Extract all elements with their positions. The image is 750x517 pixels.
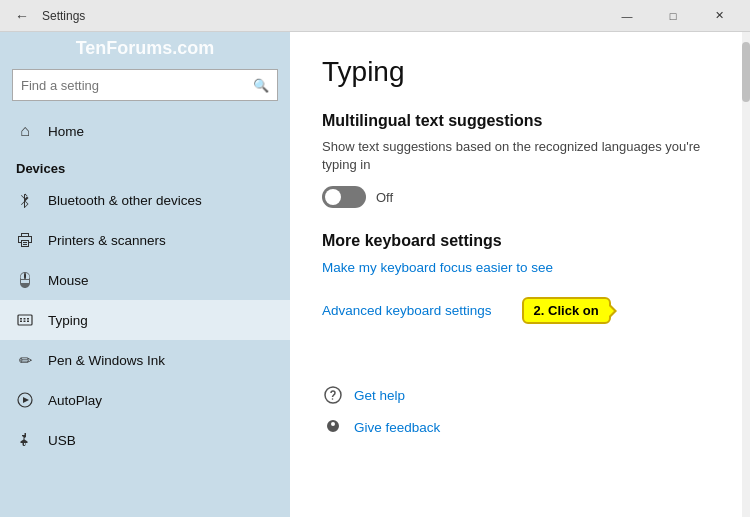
get-help-item[interactable]: Get help (322, 384, 710, 406)
bluetooth-label: Bluetooth & other devices (48, 193, 202, 208)
typing-icon (16, 311, 34, 329)
svg-rect-5 (20, 321, 22, 323)
svg-rect-2 (20, 318, 22, 320)
pen-label: Pen & Windows Ink (48, 353, 165, 368)
svg-rect-1 (18, 315, 32, 325)
scrollbar-track[interactable] (742, 32, 750, 517)
section-multilingual-desc: Show text suggestions based on the recog… (322, 138, 710, 174)
svg-rect-3 (24, 318, 26, 320)
page-title: Typing (322, 56, 710, 88)
sidebar: TenForums.com 🔍 ⌂ Home Devices Bluetooth… (0, 32, 290, 517)
mouse-icon (16, 271, 34, 289)
get-help-label: Get help (354, 388, 405, 403)
section-multilingual-title: Multilingual text suggestions (322, 112, 710, 130)
usb-icon (16, 431, 34, 449)
section-keyboard-title: More keyboard settings (322, 232, 710, 250)
watermark: TenForums.com (0, 32, 290, 61)
scrollbar-thumb[interactable] (742, 42, 750, 102)
bluetooth-icon (16, 191, 34, 209)
app-container: TenForums.com 🔍 ⌂ Home Devices Bluetooth… (0, 32, 750, 517)
sidebar-section-devices: Devices (0, 153, 290, 180)
autoplay-label: AutoPlay (48, 393, 102, 408)
sidebar-item-printers[interactable]: Printers & scanners (0, 220, 290, 260)
keyboard-focus-link[interactable]: Make my keyboard focus easier to see (322, 260, 553, 275)
window-title: Settings (36, 9, 604, 23)
content-area: Typing Multilingual text suggestions Sho… (290, 32, 742, 517)
multilingual-toggle[interactable] (322, 186, 366, 208)
window-controls: — □ ✕ (604, 0, 742, 32)
toggle-label: Off (376, 190, 393, 205)
search-bar: 🔍 (12, 69, 278, 101)
back-button[interactable]: ← (8, 2, 36, 30)
advanced-keyboard-link[interactable]: Advanced keyboard settings (322, 303, 492, 318)
give-feedback-label: Give feedback (354, 420, 440, 435)
give-feedback-icon (322, 416, 344, 438)
sidebar-item-mouse[interactable]: Mouse (0, 260, 290, 300)
svg-rect-0 (24, 274, 26, 278)
title-bar: ← Settings — □ ✕ (0, 0, 750, 32)
autoplay-icon (16, 391, 34, 409)
svg-rect-7 (27, 321, 29, 323)
search-input[interactable] (21, 78, 253, 93)
svg-rect-6 (24, 321, 26, 323)
typing-label: Typing (48, 313, 88, 328)
usb-label: USB (48, 433, 76, 448)
home-icon: ⌂ (16, 122, 34, 140)
mouse-label: Mouse (48, 273, 89, 288)
close-button[interactable]: ✕ (696, 0, 742, 32)
svg-rect-4 (27, 318, 29, 320)
more-keyboard-section: More keyboard settings Make my keyboard … (322, 232, 710, 324)
sidebar-item-typing[interactable]: Typing 1. Click on (0, 300, 290, 340)
give-feedback-item[interactable]: Give feedback (322, 416, 710, 438)
svg-marker-9 (23, 397, 29, 403)
sidebar-item-autoplay[interactable]: AutoPlay (0, 380, 290, 420)
search-icon: 🔍 (253, 78, 269, 93)
pen-icon: ✏ (16, 351, 34, 369)
sidebar-item-bluetooth[interactable]: Bluetooth & other devices (0, 180, 290, 220)
svg-point-11 (332, 399, 334, 401)
printer-icon (16, 231, 34, 249)
sidebar-item-pen[interactable]: ✏ Pen & Windows Ink (0, 340, 290, 380)
toggle-row: Off (322, 186, 710, 208)
maximize-button[interactable]: □ (650, 0, 696, 32)
sidebar-home-label: Home (48, 124, 84, 139)
sidebar-item-home[interactable]: ⌂ Home (0, 109, 290, 153)
get-help-icon (322, 384, 344, 406)
annotation-2: 2. Click on (522, 297, 611, 324)
bottom-links: Get help Give feedback (322, 384, 710, 438)
printers-label: Printers & scanners (48, 233, 166, 248)
sidebar-item-usb[interactable]: USB (0, 420, 290, 460)
minimize-button[interactable]: — (604, 0, 650, 32)
